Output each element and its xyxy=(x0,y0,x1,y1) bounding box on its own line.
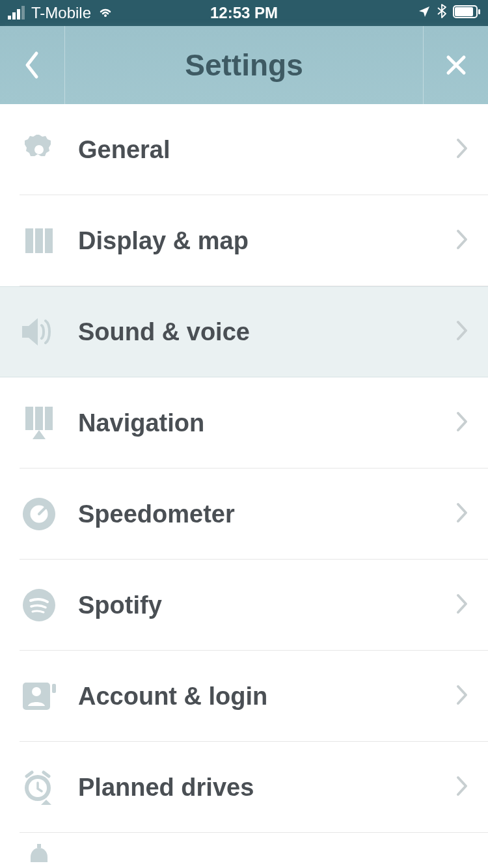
svg-rect-2 xyxy=(478,9,480,14)
status-right xyxy=(323,4,480,22)
svg-rect-5 xyxy=(35,228,43,253)
signal-strength-icon xyxy=(8,7,25,20)
carrier-label: T-Mobile xyxy=(31,4,91,22)
settings-item-navigation[interactable]: Navigation xyxy=(0,377,488,468)
settings-list: General Display & map Sound & voice xyxy=(0,104,488,868)
settings-item-label: Display & map xyxy=(78,227,455,255)
clock-icon xyxy=(20,768,59,807)
settings-item-label: General xyxy=(78,136,455,164)
chevron-right-icon xyxy=(455,502,468,526)
navigation-icon xyxy=(20,403,59,442)
location-icon xyxy=(418,4,431,22)
battery-icon xyxy=(453,4,480,22)
settings-item-spotify[interactable]: Spotify xyxy=(0,560,488,651)
svg-point-17 xyxy=(32,687,41,696)
svg-rect-8 xyxy=(35,407,43,430)
settings-item-next[interactable] xyxy=(0,833,488,868)
settings-item-display-map[interactable]: Display & map xyxy=(0,195,488,286)
svg-rect-18 xyxy=(52,684,56,693)
page-title: Settings xyxy=(65,47,423,83)
gauge-icon xyxy=(20,495,59,534)
settings-item-label: Speedometer xyxy=(78,500,455,528)
gear-icon xyxy=(20,130,59,169)
settings-item-sound-voice[interactable]: Sound & voice xyxy=(0,286,488,377)
settings-item-label: Account & login xyxy=(78,683,455,711)
chevron-right-icon xyxy=(455,593,468,617)
bell-icon xyxy=(20,833,59,868)
chevron-left-icon xyxy=(23,51,42,79)
spotify-icon xyxy=(20,586,59,625)
status-time: 12:53 PM xyxy=(165,4,323,22)
settings-item-label: Spotify xyxy=(78,591,455,619)
settings-item-general[interactable]: General xyxy=(0,104,488,195)
svg-rect-9 xyxy=(45,407,53,430)
svg-rect-7 xyxy=(25,407,33,430)
chevron-right-icon xyxy=(455,775,468,800)
settings-item-label: Navigation xyxy=(78,409,455,437)
close-button[interactable] xyxy=(423,26,488,104)
wifi-icon xyxy=(98,4,113,22)
speaker-icon xyxy=(20,312,59,351)
settings-item-planned-drives[interactable]: Planned drives xyxy=(0,742,488,833)
chevron-right-icon xyxy=(455,684,468,709)
svg-rect-6 xyxy=(45,228,53,253)
chevron-right-icon xyxy=(455,137,468,162)
close-icon xyxy=(444,53,468,77)
map-icon xyxy=(20,221,59,260)
svg-rect-1 xyxy=(455,7,473,16)
svg-point-3 xyxy=(34,145,44,154)
back-button[interactable] xyxy=(0,26,65,104)
settings-item-account-login[interactable]: Account & login xyxy=(0,651,488,742)
chevron-right-icon xyxy=(455,411,468,435)
chevron-right-icon xyxy=(455,228,468,253)
chevron-right-icon xyxy=(455,319,468,344)
status-left: T-Mobile xyxy=(8,4,165,22)
settings-item-speedometer[interactable]: Speedometer xyxy=(0,468,488,560)
nav-bar: Settings xyxy=(0,26,488,104)
bluetooth-icon xyxy=(437,4,446,22)
settings-item-label: Planned drives xyxy=(78,774,455,802)
account-icon xyxy=(20,677,59,716)
status-bar: T-Mobile 12:53 PM xyxy=(0,0,488,26)
settings-item-label: Sound & voice xyxy=(78,318,455,346)
svg-rect-4 xyxy=(25,228,33,253)
